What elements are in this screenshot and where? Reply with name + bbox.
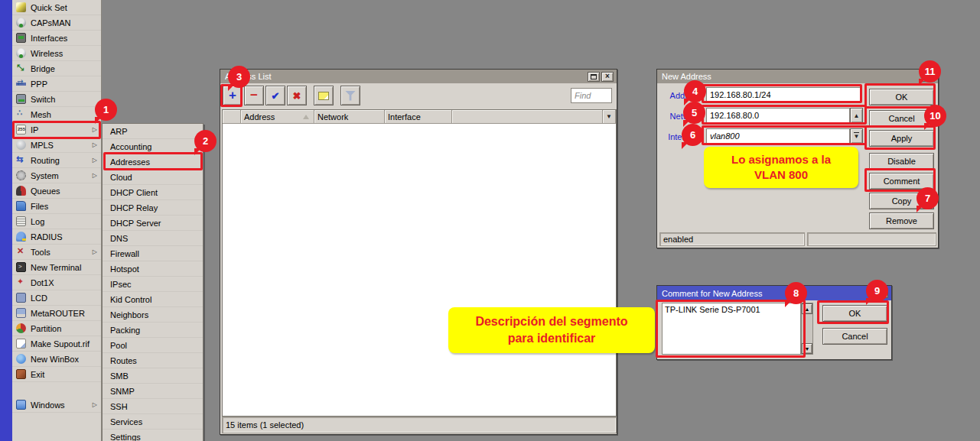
supout-icon bbox=[16, 339, 26, 349]
sidebar-item[interactable]: Dot1X ▷ bbox=[12, 275, 101, 290]
sidebar-item[interactable]: IP ▷ bbox=[12, 122, 101, 138]
scroll-down-button[interactable]: ▼ bbox=[802, 343, 812, 354]
flags-column-header[interactable] bbox=[223, 110, 241, 124]
menu-item[interactable]: ARP bbox=[103, 124, 203, 139]
disable-button[interactable]: ✖ bbox=[287, 86, 307, 105]
winbox-icon bbox=[16, 354, 26, 364]
menu-item-label: Services bbox=[110, 417, 142, 426]
sidebar-item-label: Make Supout.rif bbox=[31, 339, 90, 349]
ip-icon bbox=[16, 125, 26, 135]
menu-item[interactable]: Cloud bbox=[103, 170, 203, 185]
menu-item[interactable]: IPsec bbox=[103, 277, 203, 292]
menu-item-label: Pool bbox=[110, 341, 127, 350]
menu-item[interactable]: DHCP Relay bbox=[103, 200, 203, 216]
menu-item[interactable]: Hotspot bbox=[103, 261, 203, 277]
sidebar-item[interactable]: Bridge ▷ bbox=[12, 61, 101, 76]
sidebar-item[interactable]: Exit ▷ bbox=[12, 367, 101, 382]
menu-item[interactable]: Packing bbox=[103, 323, 203, 338]
network-column-header[interactable]: Network bbox=[314, 110, 385, 124]
disable-button[interactable]: Disable bbox=[869, 153, 934, 170]
menu-item-label: Routes bbox=[110, 356, 137, 365]
submenu-arrow-icon: ▷ bbox=[93, 172, 97, 179]
menu-item[interactable]: Kid Control bbox=[103, 292, 203, 307]
address-column-header[interactable]: Address bbox=[241, 110, 314, 124]
submenu-arrow-icon: ▷ bbox=[93, 248, 97, 255]
remove-button[interactable]: Remove bbox=[869, 212, 934, 229]
menu-item[interactable]: Addresses bbox=[103, 154, 203, 170]
network-spinner-up[interactable]: ▲ bbox=[850, 108, 863, 123]
cancel-button[interactable]: Cancel bbox=[822, 328, 887, 345]
step-badge: 6 bbox=[682, 124, 704, 146]
sidebar-item[interactable]: Partition ▷ bbox=[12, 321, 101, 336]
close-button[interactable]: × bbox=[601, 72, 614, 82]
maximize-button[interactable] bbox=[588, 72, 600, 82]
ok-button[interactable]: OK bbox=[869, 89, 934, 105]
sidebar-item[interactable]: New Terminal ▷ bbox=[12, 260, 101, 275]
sidebar-item-label: MPLS bbox=[31, 141, 54, 150]
comment-tool-button[interactable] bbox=[314, 86, 334, 105]
network-input[interactable]: 192.168.80.0 bbox=[706, 108, 850, 123]
step-badge: 4 bbox=[684, 80, 706, 102]
menu-item[interactable]: Firewall bbox=[103, 246, 203, 261]
sidebar-item[interactable]: Quick Set ▷ bbox=[12, 0, 101, 15]
interface-dropdown-button[interactable]: ▼ bbox=[850, 128, 863, 144]
menu-item[interactable]: Services bbox=[103, 414, 203, 430]
sidebar-item[interactable]: Tools ▷ bbox=[12, 245, 101, 260]
sidebar-item[interactable]: Wireless ▷ bbox=[12, 46, 101, 61]
sidebar-item[interactable]: System ▷ bbox=[12, 168, 101, 183]
menu-item-label: IPsec bbox=[110, 280, 132, 289]
sidebar-item[interactable]: Mesh ▷ bbox=[12, 107, 101, 122]
address-table-header: Address Network Interface bbox=[223, 110, 616, 124]
sidebar-item[interactable]: LCD ▷ bbox=[12, 290, 101, 306]
sidebar-item[interactable]: MPLS ▷ bbox=[12, 138, 101, 153]
address-input[interactable]: 192.168.80.1/24 bbox=[706, 87, 861, 102]
sidebar-item[interactable]: New WinBox ▷ bbox=[12, 352, 101, 367]
segment-callout: Descripción del segmento para identifica… bbox=[448, 307, 655, 353]
sidebar-item[interactable]: Files ▷ bbox=[12, 199, 101, 214]
column-chooser-dropdown[interactable] bbox=[603, 110, 616, 124]
menu-item[interactable]: DHCP Server bbox=[103, 216, 203, 231]
sidebar-item[interactable]: Make Supout.rif ▷ bbox=[12, 336, 101, 352]
apply-button[interactable]: Apply bbox=[869, 130, 934, 147]
terminal-icon bbox=[16, 262, 26, 272]
menu-item[interactable]: SMB bbox=[103, 368, 203, 384]
callout-line: VLAN 800 bbox=[754, 167, 808, 183]
menu-item[interactable]: Neighbors bbox=[103, 307, 203, 323]
ok-button[interactable]: OK bbox=[822, 305, 887, 322]
scroll-up-button[interactable]: ▲ bbox=[802, 303, 812, 314]
bridge-icon bbox=[16, 63, 26, 73]
menu-item[interactable]: DHCP Client bbox=[103, 185, 203, 200]
menu-item[interactable]: Accounting bbox=[103, 139, 203, 154]
sidebar-item[interactable]: Interfaces ▷ bbox=[12, 31, 101, 46]
sidebar-item[interactable]: PPP ▷ bbox=[12, 76, 101, 92]
menu-item-label: Neighbors bbox=[110, 310, 148, 319]
menu-item[interactable]: Pool bbox=[103, 338, 203, 353]
ppp-icon bbox=[16, 79, 26, 89]
filter-button[interactable] bbox=[340, 86, 360, 105]
find-input[interactable]: Find bbox=[571, 88, 612, 103]
menu-item[interactable]: Settings bbox=[103, 430, 203, 441]
menu-item[interactable]: DNS bbox=[103, 231, 203, 246]
sidebar-item[interactable]: Windows ▷ bbox=[12, 397, 101, 413]
interface-select[interactable]: vlan800 bbox=[706, 128, 850, 144]
mesh-icon bbox=[16, 109, 26, 119]
callout-line: Lo asignamos a la bbox=[731, 152, 831, 167]
sidebar-item[interactable]: RADIUS ▷ bbox=[12, 229, 101, 245]
comment-textarea[interactable]: TP-LINK Serie DS-P7001 bbox=[662, 303, 801, 355]
sidebar-item[interactable]: CAPsMAN ▷ bbox=[12, 15, 101, 31]
sidebar-item[interactable]: Queues ▷ bbox=[12, 183, 101, 199]
menu-item-label: SMB bbox=[110, 371, 129, 381]
menu-item[interactable]: Routes bbox=[103, 353, 203, 368]
sidebar-item-label: LCD bbox=[31, 293, 47, 303]
sidebar-item[interactable]: Routing ▷ bbox=[12, 153, 101, 168]
capsman-icon bbox=[16, 18, 26, 28]
queues-icon bbox=[16, 186, 26, 196]
sidebar-item[interactable]: Switch ▷ bbox=[12, 92, 101, 107]
menu-item[interactable]: SSH bbox=[103, 399, 203, 414]
remove-button[interactable]: − bbox=[244, 86, 264, 105]
sidebar-item[interactable]: Log ▷ bbox=[12, 214, 101, 229]
enable-button[interactable]: ✔ bbox=[265, 86, 285, 105]
interface-column-header[interactable]: Interface bbox=[385, 110, 452, 124]
menu-item[interactable]: SNMP bbox=[103, 384, 203, 399]
sidebar-item[interactable]: MetaROUTER ▷ bbox=[12, 306, 101, 321]
